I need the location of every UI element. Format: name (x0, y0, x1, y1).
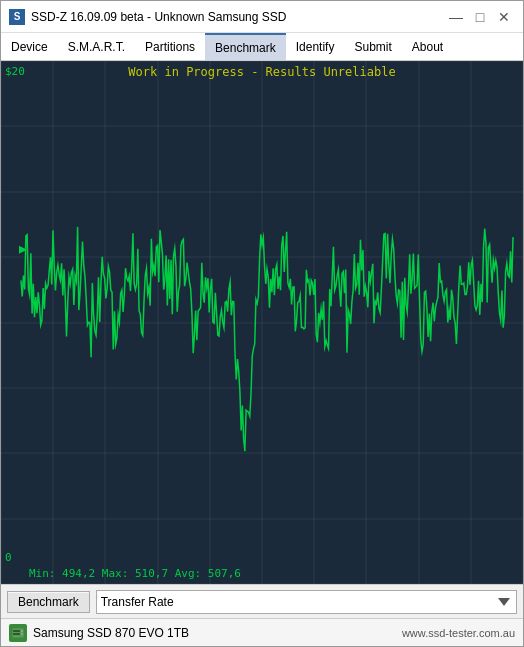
menu-item-s-m-a-r-t-[interactable]: S.M.A.R.T. (58, 33, 135, 60)
chart-area: $20 Work in Progress - Results Unreliabl… (1, 61, 523, 584)
title-bar-left: S SSD-Z 16.09.09 beta - Unknown Samsung … (9, 9, 286, 25)
app-icon: S (9, 9, 25, 25)
window-title: SSD-Z 16.09.09 beta - Unknown Samsung SS… (31, 10, 286, 24)
benchmark-button[interactable]: Benchmark (7, 591, 90, 613)
menu-item-benchmark[interactable]: Benchmark (205, 33, 286, 60)
ssd-icon (11, 626, 25, 640)
status-left: Samsung SSD 870 EVO 1TB (9, 624, 189, 642)
status-bar: Samsung SSD 870 EVO 1TB www.ssd-tester.c… (1, 618, 523, 646)
svg-rect-2 (21, 630, 23, 632)
menu-item-identify[interactable]: Identify (286, 33, 345, 60)
drive-icon (9, 624, 27, 642)
menu-bar: DeviceS.M.A.R.T.PartitionsBenchmarkIdent… (1, 33, 523, 61)
svg-rect-1 (13, 630, 20, 632)
close-button[interactable]: ✕ (493, 6, 515, 28)
chart-y-top-label: $20 (5, 65, 25, 78)
minimize-button[interactable]: — (445, 6, 467, 28)
toolbar: Benchmark Transfer RateSequential ReadSe… (1, 584, 523, 618)
menu-item-device[interactable]: Device (1, 33, 58, 60)
menu-item-partitions[interactable]: Partitions (135, 33, 205, 60)
main-window: S SSD-Z 16.09.09 beta - Unknown Samsung … (0, 0, 524, 647)
svg-rect-4 (21, 633, 23, 635)
chart-type-select[interactable]: Transfer RateSequential ReadSequential W… (96, 590, 517, 614)
chart-title: Work in Progress - Results Unreliable (128, 65, 395, 79)
title-controls: — □ ✕ (445, 6, 515, 28)
menu-item-about[interactable]: About (402, 33, 453, 60)
maximize-button[interactable]: □ (469, 6, 491, 28)
website-url: www.ssd-tester.com.au (402, 627, 515, 639)
drive-name: Samsung SSD 870 EVO 1TB (33, 626, 189, 640)
benchmark-chart (1, 61, 523, 584)
title-bar: S SSD-Z 16.09.09 beta - Unknown Samsung … (1, 1, 523, 33)
chart-y-bottom-label: 0 (5, 551, 12, 564)
menu-item-submit[interactable]: Submit (344, 33, 401, 60)
chart-stats: Min: 494,2 Max: 510,7 Avg: 507,6 (29, 567, 241, 580)
svg-rect-3 (13, 633, 20, 635)
